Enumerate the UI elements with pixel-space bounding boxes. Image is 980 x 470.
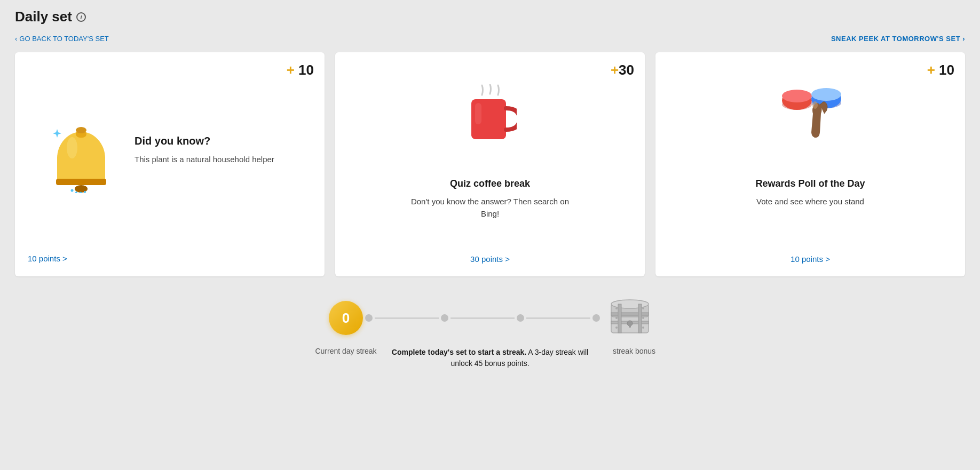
svg-point-32 [615, 317, 618, 319]
svg-point-9 [75, 192, 77, 193]
svg-point-19 [811, 88, 841, 101]
card-rewards-poll: + 10 [655, 52, 965, 276]
card-3-title: Rewards Poll of the Day [755, 178, 865, 189]
card-2-link[interactable]: 30 points > [470, 244, 510, 264]
svg-rect-29 [629, 324, 631, 328]
svg-point-11 [84, 191, 86, 193]
streak-dot-1 [365, 314, 373, 322]
bell-icon [46, 108, 116, 193]
svg-rect-6 [56, 179, 106, 185]
card-2-points-value: 30 [619, 62, 634, 78]
cards-container: + 10 [15, 52, 965, 276]
card-1-text: Did you know? This plant is a natural ho… [135, 135, 312, 166]
streak-line-1 [375, 317, 439, 319]
back-nav-link[interactable]: ‹ GO BACK TO TODAY'S SET [15, 35, 109, 43]
card-1-points-value: 10 [298, 62, 314, 78]
card-1-inner: Did you know? This plant is a natural ho… [28, 63, 312, 238]
card-2-plus: + [611, 62, 619, 78]
svg-marker-0 [53, 129, 61, 138]
card-2-title: Quiz coffee break [450, 178, 530, 189]
card-3-description: Vote and see where you stand [756, 196, 864, 208]
page-container: Daily set i ‹ GO BACK TO TODAY'S SET SNE… [0, 0, 980, 470]
card-quiz-coffee: +30 Quiz coffee break [335, 52, 645, 276]
streak-current-value: 0 [342, 310, 350, 326]
streak-label-middle-strong: Complete today's set to start a streak. [392, 348, 526, 356]
card-2-description: Don't you know the answer? Then search o… [405, 196, 575, 220]
svg-point-33 [642, 317, 644, 319]
page-title: Daily set [15, 9, 72, 25]
streak-label-bonus: streak bonus [597, 347, 671, 355]
streak-labels: Current day streak Complete today's set … [309, 347, 671, 369]
card-1-title: Did you know? [135, 135, 312, 147]
back-nav-label: GO BACK TO TODAY'S SET [19, 35, 108, 43]
svg-point-4 [76, 127, 86, 133]
svg-point-23 [611, 300, 649, 308]
svg-point-31 [642, 307, 644, 309]
card-1-points-badge: + 10 [287, 62, 314, 78]
streak-section: 0 [15, 298, 965, 369]
card-1-description: This plant is a natural household helper [135, 154, 305, 166]
svg-rect-27 [638, 304, 642, 333]
svg-rect-26 [618, 304, 621, 333]
svg-point-5 [67, 137, 77, 158]
streak-dot-3 [517, 314, 524, 322]
streak-label-middle: Complete today's set to start a streak. … [383, 347, 597, 369]
svg-rect-2 [57, 156, 105, 182]
card-3-content: Rewards Poll of the Day Vote and see whe… [668, 178, 952, 264]
streak-current-circle: 0 [329, 301, 363, 335]
card-3-icon-area [668, 63, 952, 170]
coffee-mug-icon [463, 84, 517, 148]
card-3-link[interactable]: 10 points > [791, 244, 830, 264]
card-3-points-value: 10 [935, 62, 954, 78]
card-2-content: Quiz coffee break Don't you know the ans… [348, 178, 632, 264]
streak-label-current: Current day streak [309, 347, 383, 355]
streak-chest-area [608, 298, 651, 338]
svg-rect-13 [475, 103, 481, 124]
svg-point-8 [71, 189, 74, 192]
svg-point-35 [642, 326, 644, 329]
card-did-you-know: + 10 [15, 52, 325, 276]
card-1-link[interactable]: 10 points > [28, 243, 67, 263]
treasure-chest-icon [608, 298, 651, 336]
card-1-plus: + [287, 62, 295, 78]
chevron-right-icon: › [962, 35, 965, 43]
streak-tracker: 0 [329, 298, 651, 338]
card-2-icon-area [348, 63, 632, 170]
streak-segment-1 [363, 314, 602, 322]
forward-nav-link[interactable]: SNEAK PEEK AT TOMORROW'S SET › [831, 35, 965, 43]
info-icon[interactable]: i [76, 12, 86, 22]
card-2-points-badge: +30 [611, 62, 634, 78]
poll-buttons-icon [773, 84, 848, 148]
card-1-icon-area [28, 108, 135, 193]
card-3-plus: + [927, 62, 935, 78]
nav-bar: ‹ GO BACK TO TODAY'S SET SNEAK PEEK AT T… [15, 35, 965, 43]
svg-rect-24 [611, 313, 649, 316]
forward-nav-label: SNEAK PEEK AT TOMORROW'S SET [831, 35, 960, 43]
chevron-left-icon: ‹ [15, 35, 17, 43]
streak-line-2 [451, 317, 515, 319]
svg-point-30 [615, 307, 618, 309]
svg-point-16 [782, 90, 812, 102]
header: Daily set i [15, 9, 965, 25]
streak-dot-4 [592, 314, 600, 322]
svg-point-20 [812, 101, 818, 109]
svg-point-34 [615, 326, 618, 329]
streak-dot-2 [441, 314, 448, 322]
streak-line-3 [526, 317, 590, 319]
card-3-points-badge: + 10 [927, 62, 954, 78]
